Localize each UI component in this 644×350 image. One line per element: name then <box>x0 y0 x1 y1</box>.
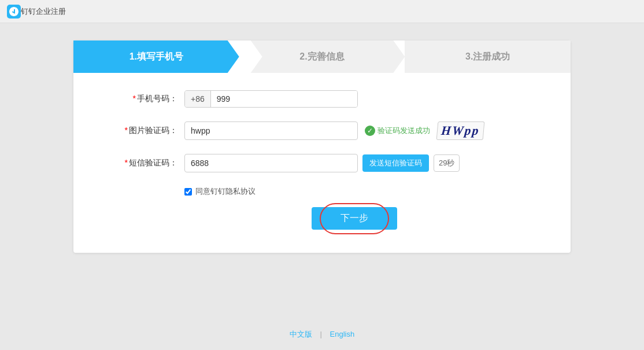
captcha-input-group: ✓ 验证码发送成功 HWpp <box>184 121 484 140</box>
main-area: 1.填写手机号 2.完善信息 3.注册成功 *手机号码： +86 <box>0 23 644 264</box>
step-2-label: 2.完善信息 <box>299 51 344 63</box>
step-1-label: 1.填写手机号 <box>129 51 183 63</box>
countdown-timer: 29秒 <box>434 154 460 172</box>
chinese-link[interactable]: 中文版 <box>290 330 312 338</box>
captcha-required-star: * <box>125 126 128 135</box>
english-link[interactable]: English <box>330 330 355 338</box>
sms-label: *短信验证码： <box>120 158 177 168</box>
phone-input-group[interactable]: +86 <box>184 90 358 108</box>
step-2: 2.完善信息 <box>239 40 405 73</box>
app-logo <box>7 5 21 19</box>
phone-label: *手机号码： <box>120 94 177 104</box>
captcha-status: ✓ 验证码发送成功 <box>365 126 430 136</box>
next-button[interactable]: 下一步 <box>312 207 397 230</box>
phone-required-star: * <box>133 94 136 103</box>
step-3-label: 3.注册成功 <box>465 51 510 63</box>
sms-row: *短信验证码： 发送短信验证码 29秒 <box>120 154 524 172</box>
app-title: 钉钉企业注册 <box>21 6 66 17</box>
registration-card: 1.填写手机号 2.完善信息 3.注册成功 *手机号码： +86 <box>73 40 571 253</box>
footer: 中文版 | English <box>0 329 644 340</box>
captcha-success-icon: ✓ <box>365 126 375 136</box>
sms-input[interactable] <box>184 154 358 172</box>
checkbox-row: 同意钉钉隐私协议 <box>184 186 524 197</box>
steps-bar: 1.填写手机号 2.完善信息 3.注册成功 <box>73 40 571 73</box>
captcha-image[interactable]: HWpp <box>436 121 484 140</box>
send-sms-button[interactable]: 发送短信验证码 <box>362 154 429 172</box>
captcha-status-text: 验证码发送成功 <box>377 126 430 136</box>
phone-prefix: +86 <box>185 91 211 107</box>
captcha-label: *图片验证码： <box>120 126 177 136</box>
agreement-label: 同意钉钉隐私协议 <box>195 186 256 197</box>
captcha-row: *图片验证码： ✓ 验证码发送成功 HWpp <box>120 121 524 140</box>
next-button-wrapper: 下一步 <box>184 207 524 230</box>
agreement-checkbox[interactable] <box>184 188 192 196</box>
form-area: *手机号码： +86 *图片验证码： ✓ 验证码发送成功 <box>73 90 571 230</box>
step-3: 3.注册成功 <box>405 40 571 73</box>
sms-required-star: * <box>125 158 128 167</box>
step-1: 1.填写手机号 <box>73 40 239 73</box>
captcha-input[interactable] <box>184 121 358 140</box>
phone-number-input[interactable] <box>211 91 357 107</box>
title-bar: 钉钉企业注册 <box>0 0 644 23</box>
sms-input-group: 发送短信验证码 29秒 <box>184 154 460 172</box>
footer-divider: | <box>320 330 321 338</box>
phone-row: *手机号码： +86 <box>120 90 524 108</box>
